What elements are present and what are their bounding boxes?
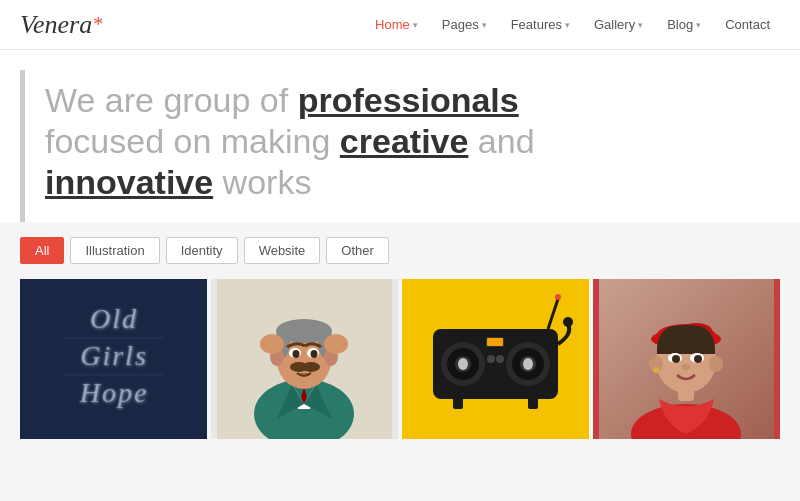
filter-illustration[interactable]: Illustration — [70, 237, 159, 264]
filter-identity[interactable]: Identity — [166, 237, 238, 264]
chevron-down-icon: ▾ — [413, 20, 418, 30]
logo-asterisk: * — [93, 13, 103, 36]
svg-point-24 — [260, 334, 284, 354]
chevron-down-icon: ▾ — [696, 20, 701, 30]
svg-point-53 — [709, 356, 723, 372]
svg-point-37 — [496, 355, 504, 363]
chevron-down-icon: ▾ — [565, 20, 570, 30]
nav-pages[interactable]: Pages▾ — [432, 11, 497, 38]
hero-inner: We are group of professionals focused on… — [20, 70, 780, 222]
filter-other[interactable]: Other — [326, 237, 389, 264]
hero-line2-plain: focused on making — [45, 122, 340, 160]
filter-bar: All Illustration Identity Website Other — [0, 222, 800, 279]
svg-text:Old: Old — [90, 303, 138, 334]
hero-creative: creative — [340, 122, 469, 160]
svg-point-43 — [523, 358, 533, 370]
svg-point-23 — [311, 350, 318, 358]
main-nav: Home▾ Pages▾ Features▾ Gallery▾ Blog▾ Co… — [365, 11, 780, 38]
nav-features[interactable]: Features▾ — [501, 11, 580, 38]
hero-works: works — [213, 163, 311, 201]
svg-rect-35 — [487, 338, 503, 346]
svg-point-56 — [672, 355, 680, 363]
nav-gallery[interactable]: Gallery▾ — [584, 11, 653, 38]
hero-professionals: professionals — [298, 81, 519, 119]
hero-and: and — [468, 122, 534, 160]
filter-website[interactable]: Website — [244, 237, 321, 264]
portfolio-item-2-art — [217, 279, 392, 439]
nav-home[interactable]: Home▾ — [365, 11, 428, 38]
hero-section: We are group of professionals focused on… — [0, 50, 800, 222]
svg-point-57 — [694, 355, 702, 363]
logo-text: Venera — [20, 10, 92, 40]
header: Venera* Home▾ Pages▾ Features▾ Gallery▾ … — [0, 0, 800, 50]
svg-point-42 — [458, 358, 468, 370]
hero-line1-plain: We are group of — [45, 81, 298, 119]
portfolio-item-1[interactable]: Old Girls Hope — [20, 279, 207, 439]
chevron-down-icon: ▾ — [482, 20, 487, 30]
nav-blog[interactable]: Blog▾ — [657, 11, 711, 38]
svg-point-25 — [324, 334, 348, 354]
hero-innovative: innovative — [45, 163, 213, 201]
portfolio-item-3[interactable] — [402, 279, 589, 439]
logo[interactable]: Venera* — [20, 10, 103, 40]
svg-point-44 — [563, 317, 573, 327]
portfolio-item-2[interactable] — [211, 279, 398, 439]
portfolio-item-1-art: Old Girls Hope — [44, 290, 184, 429]
portfolio-item-3-art — [408, 279, 583, 439]
svg-point-22 — [293, 350, 300, 358]
chevron-down-icon: ▾ — [638, 20, 643, 30]
filter-all[interactable]: All — [20, 237, 64, 264]
portfolio-item-4-art — [599, 279, 774, 439]
hero-text: We are group of professionals focused on… — [45, 80, 725, 202]
svg-point-39 — [555, 294, 561, 300]
portfolio-item-4[interactable] — [593, 279, 780, 439]
svg-point-59 — [653, 367, 659, 373]
svg-point-58 — [682, 364, 690, 370]
portfolio-grid: Old Girls Hope — [0, 279, 800, 439]
svg-point-36 — [487, 355, 495, 363]
svg-rect-41 — [528, 397, 538, 409]
svg-point-19 — [302, 362, 320, 372]
svg-rect-40 — [453, 397, 463, 409]
svg-text:Hope: Hope — [78, 377, 148, 408]
nav-contact[interactable]: Contact — [715, 11, 780, 38]
svg-text:Girls: Girls — [80, 340, 148, 371]
